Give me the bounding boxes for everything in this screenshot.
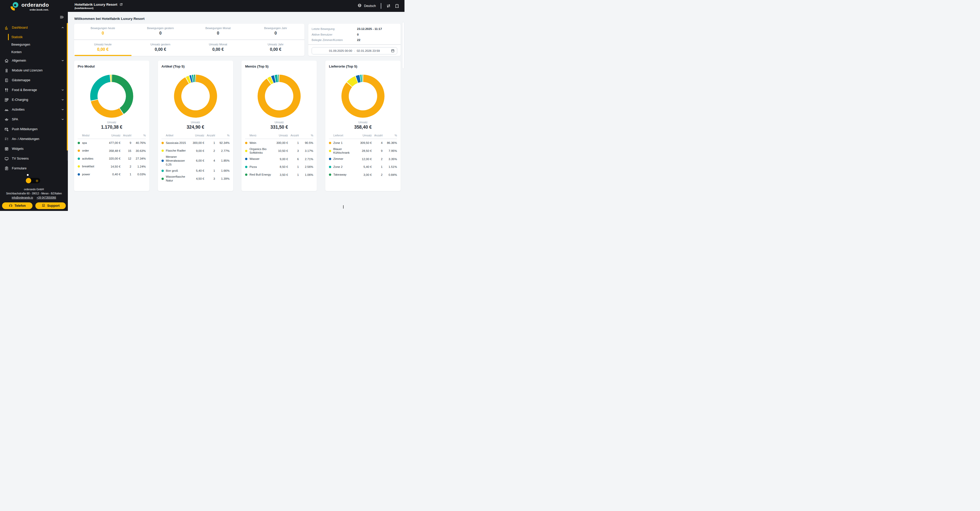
brand-logo: orderando order.book.rent. — [0, 0, 68, 12]
sidebar-item-statistik[interactable]: Statistik — [0, 33, 68, 41]
stat-bewegungen-gestern[interactable]: Bewegungen gestern 0 — [132, 24, 189, 40]
table-row: Zone 2 5,40 € 1 1.51% — [329, 163, 397, 171]
chart-card-title: Menüs (Top 5) — [245, 65, 313, 68]
legend-color-dot — [78, 149, 80, 152]
sidebar-item-e-charging[interactable]: E-Charging — [0, 95, 68, 105]
sidebar-nav: DashboardStatistikBewegungenKontenAllgem… — [0, 23, 68, 173]
legend-color-dot — [245, 173, 247, 176]
sidebar-item-konten[interactable]: Konten — [0, 48, 68, 56]
legend-color-dot — [329, 166, 331, 168]
stats-card: Bewegungen heute 0 Bewegungen gestern 0 … — [74, 24, 304, 56]
sidebar-item-module-und-lizenzen[interactable]: Module und Lizenzen — [0, 65, 68, 75]
headset-icon — [9, 203, 13, 208]
telefon-button[interactable]: Telefon — [2, 202, 32, 209]
chevron-down-icon — [61, 88, 65, 92]
theme-toggle-knob[interactable] — [26, 178, 31, 183]
info-row-belegte-zimmer: Belegte Zimmer/Konten 22 — [312, 37, 397, 43]
chevron-down-icon — [61, 117, 65, 121]
sidebar-item-label: Konten — [11, 50, 22, 54]
donut-center-value: 358,40 € — [329, 125, 397, 130]
sidebar-item-label: Module und Lizenzen — [12, 68, 65, 72]
chart-table-header: Menü Umsatz Anzahl % — [245, 134, 313, 139]
logout-door-icon[interactable] — [395, 3, 399, 8]
info-card: Letzte Bewegung 23.12.2025 - 11:17 Aktiv… — [308, 24, 401, 56]
text-cursor — [343, 205, 344, 209]
chart-table-header: Lieferort Umsatz Anzahl % — [329, 134, 397, 139]
chart-card-title: Pro Modul — [78, 65, 146, 68]
theme-toggle[interactable] — [26, 178, 40, 183]
stat-umsatz-monat[interactable]: Umsatz Monat 0,00 € — [189, 40, 247, 56]
form-icon — [5, 166, 9, 171]
language-label: Deutsch — [364, 4, 376, 8]
stat-bewegungen-heute[interactable]: Bewegungen heute 0 — [74, 24, 132, 40]
legend-color-dot — [161, 178, 164, 180]
sidebar-item-food-beverage[interactable]: Food & Beverage — [0, 85, 68, 95]
sidebar-item-widgets[interactable]: Widgets — [0, 144, 68, 154]
stat-umsatz-gestern[interactable]: Umsatz gestern 0,00 € — [132, 40, 189, 56]
guest-folder-icon — [5, 78, 9, 83]
date-range-input[interactable]: 01.09.2025 00:00 - 02.01.2026 23:59 — [312, 47, 397, 54]
license-icon — [5, 68, 9, 73]
donut-center-label: Umsatz — [161, 121, 229, 124]
company-email-link[interactable]: info@orderando.io — [12, 196, 33, 200]
table-row: order 358,48 € 15 30.63% — [78, 147, 146, 155]
laptop-icon — [41, 203, 45, 208]
tv-icon — [5, 157, 9, 161]
orderando-logo-icon — [9, 1, 20, 12]
company-address: Sinichbachstraße 60 - 39012 - Meran - BZ… — [0, 192, 68, 196]
table-row: Meraner Mineralwasser 0,25 6,00 € 4 1.85… — [161, 155, 229, 167]
sidebar-item-label: SPA — [12, 117, 58, 121]
stat-umsatz-jahr[interactable]: Umsatz Jahr 0,00 € — [247, 40, 304, 56]
external-link-icon[interactable] — [119, 3, 123, 6]
table-row: Flasche Radler 9,00 € 2 2.77% — [161, 147, 229, 155]
lotus-icon — [5, 117, 9, 122]
chevron-down-icon — [61, 98, 65, 102]
company-phone-link[interactable]: +39 0473550066 — [37, 196, 56, 200]
main-area: Hotelfabrik Luxury Resort (hotelfabrikre… — [68, 0, 404, 211]
donut-center-label: Umsatz — [329, 121, 397, 124]
brand-tagline: order.book.rent. — [30, 8, 49, 11]
table-row: spa 477,00 € 9 40.76% — [78, 139, 146, 147]
legend-color-dot — [78, 165, 80, 168]
info-row-aktive-benutzer: Aktive Benutzer 0 — [312, 32, 397, 38]
donut-center-value: 1.170,38 € — [78, 125, 146, 130]
legend-color-dot — [329, 158, 331, 160]
sun-icon — [35, 179, 39, 182]
content: Willkommen bei Hotelfabrik Luxury Resort… — [68, 12, 404, 211]
stat-bewegungen-jahr[interactable]: Bewegungen Jahr 0 — [247, 24, 304, 40]
sidebar-item-spa[interactable]: SPA — [0, 114, 68, 124]
sidebar: orderando order.book.rent. DashboardStat… — [0, 0, 68, 211]
chart-table-header: Artikel Umsatz Anzahl % — [161, 134, 229, 139]
legend-color-dot — [245, 142, 247, 144]
language-selector[interactable]: Deutsch — [358, 3, 376, 8]
sidebar-item-label: Gästemappe — [12, 78, 65, 82]
sidebar-item-g-stemappe[interactable]: Gästemappe — [0, 75, 68, 85]
sidebar-item-label: Formulare — [12, 167, 65, 170]
stat-bewegungen-monat[interactable]: Bewegungen Monat 0 — [189, 24, 247, 40]
collapse-sidebar-icon[interactable] — [60, 15, 64, 21]
chart-table: Modul Umsatz Anzahl % spa 477,00 € 9 40.… — [78, 134, 146, 178]
sidebar-item-formulare[interactable]: Formulare — [0, 163, 68, 173]
sidebar-item-dashboard[interactable]: Dashboard — [0, 23, 68, 32]
sidebar-item-bewegungen[interactable]: Bewegungen — [0, 41, 68, 48]
sidebar-item-label: Bewegungen — [11, 43, 30, 46]
chart-card-title: Lieferorte (Top 5) — [329, 65, 397, 68]
chart-card-artikel-top-5: Artikel (Top 5) Umsatz 324,90 € Artikel … — [158, 60, 233, 191]
switch-property-icon[interactable] — [386, 3, 391, 8]
sidebar-item-an-abmeldungen[interactable]: An- / Abmeldungen — [0, 134, 68, 144]
app-root: orderando order.book.rent. DashboardStat… — [0, 0, 404, 211]
legend-color-dot — [78, 157, 80, 160]
brand-name: orderando — [21, 2, 49, 8]
support-button[interactable]: Support — [35, 202, 66, 209]
table-row: Takeaway 3,00 € 2 0.84% — [329, 171, 397, 179]
page-scrollbar-thumb[interactable] — [402, 22, 404, 69]
sidebar-item-tv-screens[interactable]: TV Screens — [0, 154, 68, 163]
legend-color-dot — [329, 150, 331, 152]
sidebar-item-label: Dashboard — [12, 26, 58, 29]
table-row: Bier groß 5,40 € 1 1.66% — [161, 167, 229, 175]
globe-icon — [358, 3, 362, 8]
sidebar-item-activities[interactable]: Activities — [0, 105, 68, 114]
sidebar-item-allgemein[interactable]: Allgemein — [0, 56, 68, 65]
stat-umsatz-heute[interactable]: Umsatz heute 0,00 € — [74, 40, 132, 56]
sidebar-item-push-mitteilungen[interactable]: Push Mitteilungen — [0, 124, 68, 134]
